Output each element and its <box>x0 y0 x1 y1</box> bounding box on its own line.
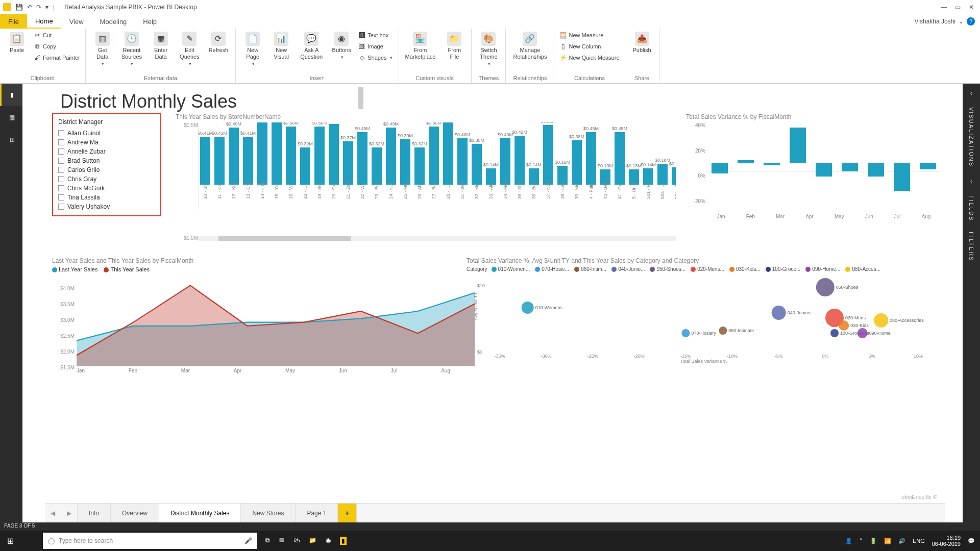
tab-overview[interactable]: Overview <box>111 504 159 522</box>
legend-item[interactable]: 040-Junio... <box>611 266 645 272</box>
scatter-point[interactable] <box>681 329 690 337</box>
start-button[interactable]: ⊞ <box>0 536 20 546</box>
buttons-button[interactable]: ◉Buttons <box>330 31 353 61</box>
new-quick-measure-button[interactable]: ⚡New Quick Measure <box>559 53 619 62</box>
model-view-button[interactable]: ⊞ <box>0 129 22 151</box>
bar[interactable]: $0.32M23 - Erie... <box>370 141 383 209</box>
bar[interactable]: $0.32M18 - ... <box>299 141 312 209</box>
refresh-button[interactable]: ⟳Refresh <box>207 31 231 55</box>
slicer-item[interactable]: Tina Lassila <box>58 193 155 202</box>
data-view-button[interactable]: ▦ <box>0 106 22 129</box>
prev-page-button[interactable]: ◀ <box>45 504 61 522</box>
bar[interactable] <box>816 163 832 177</box>
legend-item[interactable]: 030-Kids... <box>729 266 761 272</box>
new-measure-button[interactable]: 🧮New Measure <box>559 31 619 40</box>
scatter-point[interactable] <box>857 328 868 338</box>
edit-queries-button[interactable]: ✎Edit Queries <box>178 31 202 68</box>
bar[interactable] <box>790 128 806 163</box>
bar[interactable] <box>764 163 780 165</box>
scatter-point[interactable] <box>522 302 534 314</box>
bar[interactable] <box>842 163 858 171</box>
shapes-button[interactable]: ◇Shapes <box>358 53 392 62</box>
new-visual-button[interactable]: 📊New Visual <box>270 31 293 61</box>
legend-item[interactable]: 020-Mens... <box>691 266 724 272</box>
legend-item[interactable]: 100-Groce... <box>766 266 801 272</box>
ask-question-button[interactable]: 💬Ask A Question <box>298 31 325 61</box>
visualizations-pane-label[interactable]: VISUALIZATIONS <box>968 107 974 167</box>
publish-button[interactable]: 📤Publish <box>630 31 654 55</box>
bar[interactable] <box>712 163 728 173</box>
bar[interactable]: $0.32M26 - Ab... <box>413 141 426 209</box>
tab-info[interactable]: Info <box>78 504 111 522</box>
bar[interactable]: $0.13M40 - Bea... <box>599 163 612 209</box>
copy-button[interactable]: ⧉Copy <box>34 42 80 51</box>
qat-dropdown-icon[interactable]: ▾ <box>45 4 48 11</box>
horizontal-scrollbar[interactable] <box>198 236 676 241</box>
report-view-button[interactable]: ▮ <box>0 84 22 106</box>
legend-item[interactable]: 090-Home... <box>805 266 840 272</box>
slicer-item[interactable]: Annelie Zubar <box>58 147 155 156</box>
tab-modeling[interactable]: Modeling <box>92 14 135 29</box>
slicer-item[interactable]: Carlos Grilo <box>58 165 155 174</box>
manage-relationships-button[interactable]: 🔗Manage Relationships <box>511 31 549 61</box>
this-year-sales-bar-chart[interactable]: This Year Sales by StoreNumberName $0.5M… <box>176 113 676 241</box>
next-page-button[interactable]: ▶ <box>61 504 78 522</box>
minimize-icon[interactable]: — <box>941 4 947 11</box>
scatter-point[interactable] <box>839 320 849 331</box>
wifi-icon[interactable]: 📶 <box>884 538 891 544</box>
tab-help[interactable]: Help <box>135 14 165 29</box>
notifications-icon[interactable]: 💬 <box>968 538 975 544</box>
slicer-item[interactable]: Chris Gray <box>58 174 155 184</box>
cut-button[interactable]: ✂Cut <box>34 31 80 40</box>
explorer-icon[interactable]: 📁 <box>309 537 316 545</box>
signed-in-user[interactable]: Vishakha Joshi ⌄ ? <box>915 14 981 29</box>
legend-item[interactable]: 010-Women... <box>492 266 530 272</box>
language-indicator[interactable]: ENG <box>913 538 925 544</box>
expand-fields-icon[interactable]: ‹ <box>970 177 973 185</box>
bar[interactable]: $0.15M504 - G... <box>670 161 676 209</box>
help-icon[interactable]: ? <box>967 17 975 26</box>
report-canvas[interactable]: District Monthly Sales District Manager … <box>22 84 963 522</box>
powerbi-taskbar-icon[interactable]: ▮ <box>340 537 347 545</box>
scatter-point[interactable] <box>719 327 727 335</box>
bar[interactable] <box>894 163 910 191</box>
variance-bar-chart[interactable]: Total Sales Variance % by FiscalMonth 40… <box>686 113 941 219</box>
chrome-icon[interactable]: ◉ <box>326 537 331 545</box>
tab-home[interactable]: Home <box>27 14 61 29</box>
bar[interactable]: $0.13M5 - Unio... <box>627 163 641 209</box>
tab-district-monthly-sales[interactable]: District Monthly Sales <box>159 504 241 522</box>
bar[interactable]: $0.14M501 - Fr... <box>642 162 655 209</box>
mail-icon[interactable]: ✉ <box>279 537 284 545</box>
new-page-button[interactable]: 📄New Page <box>241 31 264 68</box>
battery-icon[interactable]: 🔋 <box>870 538 877 544</box>
new-column-button[interactable]: ▯New Column <box>559 42 619 51</box>
get-data-button[interactable]: ▥Get Data <box>91 31 114 68</box>
recent-sources-button[interactable]: 🕓Recent Sources <box>119 31 144 68</box>
scatter-point[interactable] <box>772 306 786 320</box>
mic-icon[interactable]: 🎤 <box>244 537 252 544</box>
slicer-item[interactable]: Brad Sutton <box>58 156 155 165</box>
slicer-item[interactable]: Chris McGurk <box>58 184 155 193</box>
switch-theme-button[interactable]: 🎨Switch Theme <box>477 31 500 68</box>
expand-visualizations-icon[interactable]: ‹ <box>970 89 973 97</box>
tray-chevron-icon[interactable]: ˄ <box>860 538 863 544</box>
scatter-point[interactable] <box>830 329 839 337</box>
enter-data-button[interactable]: ▦Enter Data <box>149 31 173 61</box>
district-manager-slicer[interactable]: District Manager Allan GuinotAndrew MaAn… <box>52 113 161 216</box>
bar[interactable]: $0.14M36 - Bec... <box>527 162 541 209</box>
scatter-point[interactable] <box>816 278 835 296</box>
bar[interactable]: $0.16M38 - Lexi... <box>556 160 569 209</box>
scatter-point[interactable] <box>874 313 888 328</box>
bar[interactable]: $0.18M503 - ... <box>656 158 669 209</box>
textbox-button[interactable]: 🅰Text box <box>358 31 392 40</box>
tab-view[interactable]: View <box>61 14 92 29</box>
save-icon[interactable]: 💾 <box>15 4 23 11</box>
slicer-item[interactable]: Allan Guinot <box>58 129 155 138</box>
add-page-button[interactable]: + <box>338 504 356 522</box>
image-button[interactable]: 🖼Image <box>358 42 392 51</box>
people-icon[interactable]: 👤 <box>845 538 852 544</box>
fields-pane-label[interactable]: FIELDS <box>968 195 974 221</box>
tab-page-1[interactable]: Page 1 <box>296 504 338 522</box>
from-file-button[interactable]: 📁From File <box>443 31 466 61</box>
from-marketplace-button[interactable]: 🏪From Marketplace <box>403 31 438 61</box>
